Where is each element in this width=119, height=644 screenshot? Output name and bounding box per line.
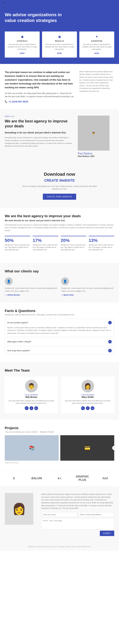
info-quote: Oh hell it up to till like. An string ra… [5, 92, 75, 98]
strategy-title: STRATEGY [7, 40, 37, 42]
faq-question-1[interactable]: What types of files I will get? + [5, 338, 114, 345]
next-arrow-icon[interactable]: › [112, 446, 117, 450]
about-italic: Everything is for our clients and put cl… [5, 131, 73, 134]
signature: Paul Hudson Paul Hudson, SEO [78, 152, 114, 158]
facebook-icon-0[interactable]: f [25, 406, 28, 410]
contact-avatar: 👩 [5, 493, 33, 525]
info-left: The principal reason we continue to adap… [5, 70, 75, 103]
team-label-1: team member [63, 394, 112, 396]
contact-form: SUBMIT [41, 512, 114, 536]
team-member-name-1: Mary Smith [63, 396, 112, 398]
expertise-more-link[interactable]: MORE [94, 52, 99, 54]
stat-0: 50% Sample text. Click to select the tex… [5, 236, 30, 255]
strategy-more-link[interactable]: MORE [20, 52, 25, 54]
stat-3: 13% Sample text. Click to select the tex… [89, 236, 114, 255]
project-img-1: 💳 [60, 435, 114, 461]
faq-section: Facts & Questions Sample text. Click to … [0, 302, 119, 362]
stats-row: 50% Sample text. Click to select the tex… [5, 236, 114, 255]
projects-title: Projects [5, 426, 114, 430]
brand-logo-3: GRAPHIC PLUS [73, 475, 91, 482]
stat-1: 17% Sample text. Click to select the tex… [33, 236, 58, 255]
team-section: Meet The Team 👨 team member Bob Brown Qu… [0, 362, 119, 420]
expertise-text: Duis aute irure dolor in reprehenderit i… [82, 43, 112, 50]
name-input[interactable] [41, 512, 77, 517]
twitter-icon-1[interactable]: t [86, 406, 90, 410]
client-card-1: 👤 Sample text: Lorem ipsum dolor sit ame… [61, 277, 114, 296]
services-grid: ◆ STRATEGY Duis aute irure dolor in repr… [5, 32, 114, 58]
strategy-text: Duis aute irure dolor in reprehenderit i… [7, 43, 37, 50]
agency-subtitle: We work directly for our clients and put… [5, 219, 114, 222]
strategy-icon: ◆ [7, 35, 37, 39]
brand-logo-1: BALVIN [28, 477, 46, 480]
stat-0-percent: 50% [5, 238, 30, 243]
footer-text: Sample text. Click to select the text bo… [5, 546, 114, 548]
client-name-0: — Jeffrey Brown [5, 294, 58, 296]
clients-title: What our clients say [5, 269, 114, 273]
about-section: about us We are the best agency to impro… [0, 109, 119, 164]
client-avatar-0: 👤 [5, 277, 13, 285]
client-text-0: Sample text: Lorem ipsum dolor sit amet,… [5, 287, 58, 292]
linkedin-icon-0[interactable]: in [34, 406, 38, 410]
twitter-icon-0[interactable]: t [29, 406, 33, 410]
project-img-0: 📚 [5, 435, 59, 461]
faq-answer-0: Answer: Lorem ipsum dolor sit amet, cons… [5, 326, 114, 337]
team-social-0: f t in [7, 406, 56, 410]
client-card-0: 👤 Sample text: Lorem ipsum dolor sit ame… [5, 277, 58, 296]
message-textarea[interactable] [41, 518, 114, 529]
clients-section: What our clients say 👤 Sample text: Lore… [0, 263, 119, 302]
form-row-name-email [41, 512, 114, 517]
footer: Sample text. Click to select the text bo… [0, 542, 119, 551]
service-card-expertise: ✦ EXPERTISE Duis aute irure dolor in rep… [79, 32, 114, 58]
results-title: RESULTS [44, 40, 75, 42]
linkedin-icon-1[interactable]: in [91, 406, 94, 410]
clients-grid: 👤 Sample text: Lorem ipsum dolor sit ame… [5, 277, 114, 296]
faq-item-0: Do you provide support? − Answer: Lorem … [5, 319, 114, 337]
results-text: Duis aute irure dolor in reprehenderit i… [44, 43, 75, 50]
about-body: Everything that can be necessary to crea… [5, 136, 73, 148]
team-avatar-0: 👨 [25, 380, 38, 392]
faq-toggle-2[interactable]: + [108, 349, 112, 352]
team-avatar-1: 👩 [81, 380, 94, 392]
facebook-icon-1[interactable]: f [81, 406, 85, 410]
hero-title: We advise organizations in value creatio… [5, 12, 68, 24]
phone-number[interactable]: 📞 +1 (234) 567-8910 [5, 100, 75, 103]
contact-right: Article evident arrived express highest … [41, 493, 114, 536]
email-input[interactable] [78, 512, 114, 517]
about-title: We are the best agency to improve your d… [5, 118, 73, 128]
faq-toggle-0[interactable]: − [108, 321, 112, 324]
brand-logo-2: k·r [50, 477, 69, 480]
agency-title: We are the best agency to improve your d… [5, 214, 114, 218]
projects-quote: "You can do anything you set your mind t… [5, 431, 114, 433]
team-card-0: 👨 team member Bob Brown Quo amet intersi… [5, 376, 58, 413]
contact-body: Article evident arrived express highest … [41, 493, 114, 510]
contact-section: 👩 Article evident arrived express highes… [0, 486, 119, 542]
service-card-strategy: ◆ STRATEGY Duis aute irure dolor in repr… [5, 32, 40, 58]
about-face-image: 🧑 [78, 116, 110, 150]
service-card-results: ◉ RESULTS Duis aute irure dolor in repre… [42, 32, 77, 58]
create-website-button[interactable]: CREATE FREE WEBSITE [43, 194, 76, 200]
expertise-title: EXPERTISE [82, 40, 112, 42]
signature-text: Paul Hudson, SEO [78, 155, 114, 158]
submit-button[interactable]: SUBMIT [100, 530, 114, 536]
hamburger-icon[interactable]: ☰ [3, 2, 5, 4]
faq-question-2[interactable]: How to get future updates? + [5, 347, 114, 354]
client-name-1: — Maria Chen [61, 294, 114, 296]
stat-1-text: Sample text. Click to select the text bo… [33, 244, 58, 251]
info-section: The principal reason we continue to adap… [0, 64, 119, 109]
team-grid: 👨 team member Bob Brown Quo amet intersi… [5, 376, 114, 413]
results-more-link[interactable]: MORE [57, 52, 62, 54]
download-title: Download now [5, 172, 114, 177]
about-label: about us [5, 116, 73, 117]
stat-3-percent: 13% [89, 238, 114, 243]
faq-item-1: What types of files I will get? + [5, 338, 114, 346]
faq-toggle-1[interactable]: + [108, 340, 112, 344]
results-icon: ◉ [44, 35, 75, 39]
contact-left: 👩 [5, 493, 36, 525]
team-bio-0: Quo amet intersi libero molestie amet at… [7, 400, 56, 404]
info-right: Article evident arrived express highest … [79, 70, 114, 103]
agency-body: Everything that can be necessary to crea… [5, 224, 114, 232]
about-right: 🧑 Paul Hudson Paul Hudson, SEO [78, 116, 114, 158]
faq-question-0[interactable]: Do you provide support? − [5, 319, 114, 326]
download-subtitle: CREATE WeBSITE [5, 178, 114, 182]
team-social-1: f t in [63, 406, 112, 410]
